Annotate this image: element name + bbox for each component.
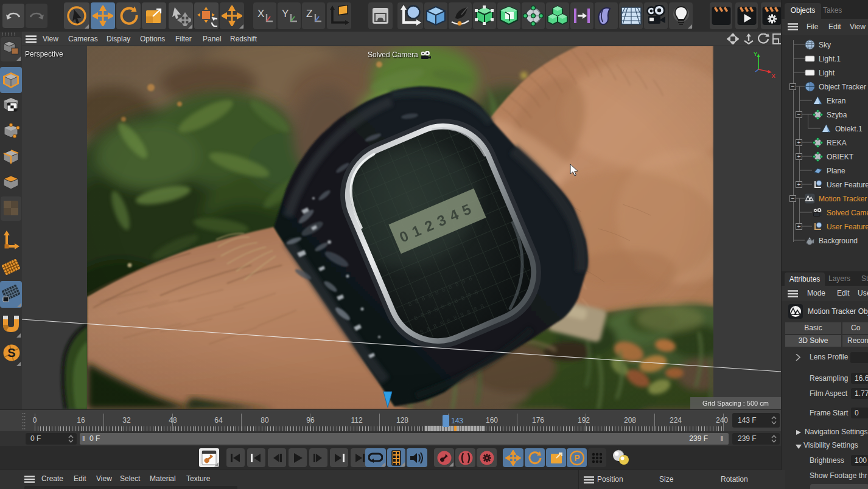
svg-text:Z: Z — [306, 8, 312, 19]
svg-text:X: X — [772, 73, 775, 78]
svg-text:X: X — [257, 8, 264, 19]
svg-text:P: P — [574, 453, 579, 463]
svg-text:Y: Y — [754, 51, 757, 57]
svg-text:S: S — [7, 346, 15, 359]
svg-text:Y: Y — [282, 8, 289, 19]
